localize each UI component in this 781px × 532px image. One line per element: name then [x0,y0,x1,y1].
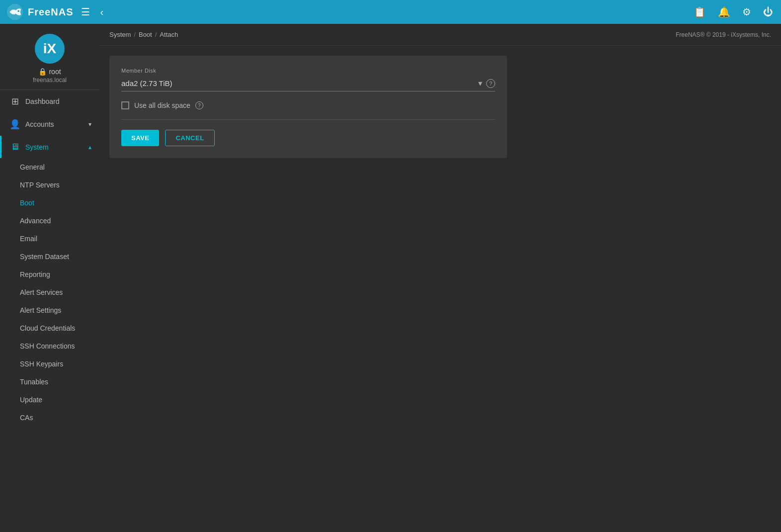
breadcrumb: System / Boot / Attach FreeNAS® © 2019 -… [99,24,781,46]
subnav-item-cas[interactable]: CAs [0,409,99,427]
sidebar-nav: ⊞ Dashboard 👤 Accounts ▾ 🖥 System ▴ Gene… [0,90,99,532]
subnav-label-boot: Boot [20,199,34,207]
subnav-label-tunables: Tunables [20,378,48,386]
sidebar-item-label-system: System [25,143,49,151]
accounts-arrow-icon: ▾ [88,121,91,128]
sidebar-item-dashboard[interactable]: ⊞ Dashboard [0,90,99,113]
freenas-logo-icon: iX [6,3,24,21]
form-divider [121,119,495,120]
select-controls: ▾ ? [478,79,495,88]
svg-point-2 [17,10,19,12]
member-disk-help-icon[interactable]: ? [486,79,495,88]
power-icon[interactable]: ⏻ [761,4,775,20]
subnav-item-ssh-keypairs[interactable]: SSH Keypairs [0,355,99,373]
subnav-label-ntp: NTP Servers [20,181,60,189]
subnav-item-boot[interactable]: Boot [0,194,99,212]
system-arrow-icon: ▴ [88,144,91,151]
cancel-button[interactable]: CANCEL [165,130,214,146]
subnav-label-cas: CAs [20,414,33,422]
subnav-label-ssh-connections: SSH Connections [20,342,75,350]
sidebar-item-accounts[interactable]: 👤 Accounts ▾ [0,113,99,136]
sidebar-item-label-dashboard: Dashboard [25,97,60,105]
subnav-label-system-dataset: System Dataset [20,253,69,261]
use-all-disk-space-label: Use all disk space [134,101,190,109]
subnav-label-ssh-keypairs: SSH Keypairs [20,360,63,368]
breadcrumb-system[interactable]: System [109,31,131,38]
subnav-item-cloud-credentials[interactable]: Cloud Credentials [0,319,99,337]
dropdown-arrow-icon[interactable]: ▾ [478,79,482,88]
sidebar: iX 🔒 root freenas.local ⊞ Dashboard 👤 Ac… [0,24,99,532]
avatar: iX [35,34,65,64]
breadcrumb-attach: Attach [160,31,178,38]
subnav-item-ssh-connections[interactable]: SSH Connections [0,337,99,355]
subnav-label-advanced: Advanced [20,217,51,225]
menu-toggle-button[interactable]: ☰ [79,4,92,20]
accounts-icon: 👤 [9,119,20,130]
subnav-label-alert-services: Alert Services [20,288,63,296]
use-all-disk-space-checkbox[interactable] [121,101,129,109]
subnav-item-general[interactable]: General [0,158,99,176]
topbar-left: iX FreeNAS ☰ ‹ [6,3,105,21]
tasks-icon[interactable]: 📋 [692,4,708,20]
subnav-item-alert-settings[interactable]: Alert Settings [0,301,99,319]
subnav-item-reporting[interactable]: Reporting [0,266,99,283]
subnav-item-ntp-servers[interactable]: NTP Servers [0,176,99,194]
form-actions: SAVE CANCEL [121,130,495,146]
breadcrumb-sep-1: / [134,31,136,38]
logo: iX FreeNAS [6,3,73,21]
subnav-item-email[interactable]: Email [0,230,99,248]
notifications-icon[interactable]: 🔔 [716,4,732,20]
settings-icon[interactable]: ⚙ [740,4,753,20]
lock-icon: 🔒 [38,68,47,76]
save-button[interactable]: SAVE [121,130,159,146]
sidebar-item-label-accounts: Accounts [25,120,54,128]
subnav-label-alert-settings: Alert Settings [20,306,61,314]
subnav-label-cloud-credentials: Cloud Credentials [20,324,75,332]
breadcrumb-parts: System / Boot / Attach [109,31,178,38]
subnav-item-update[interactable]: Update [0,391,99,409]
profile-hostname: freenas.local [33,77,67,84]
system-icon: 🖥 [9,142,20,152]
member-disk-label: Member Disk [121,68,495,74]
subnav-label-email: Email [20,235,37,243]
member-disk-field: Member Disk ada2 (2.73 TiB) ▾ ? [121,68,495,91]
subnav-item-tunables[interactable]: Tunables [0,373,99,391]
back-button[interactable]: ‹ [98,4,105,20]
profile-username: 🔒 root [38,68,61,76]
main-layout: iX 🔒 root freenas.local ⊞ Dashboard 👤 Ac… [0,24,781,532]
subnav-item-system-dataset[interactable]: System Dataset [0,248,99,266]
use-all-disk-space-row: Use all disk space ? [121,101,495,109]
form-container: Member Disk ada2 (2.73 TiB) ▾ ? Use all … [99,46,781,532]
copyright-text: FreeNAS® © 2019 - iXsystems, Inc. [676,31,771,38]
sidebar-item-system[interactable]: 🖥 System ▴ [0,136,99,158]
dashboard-icon: ⊞ [9,96,20,107]
topbar-right: 📋 🔔 ⚙ ⏻ [692,4,775,20]
brand-name: FreeNAS [28,6,73,18]
topbar: iX FreeNAS ☰ ‹ 📋 🔔 ⚙ ⏻ [0,0,781,24]
use-all-disk-space-help-icon[interactable]: ? [195,101,203,109]
breadcrumb-sep-2: / [155,31,157,38]
member-disk-value: ada2 (2.73 TiB) [121,79,478,88]
subnav-label-general: General [20,163,45,171]
subnav-item-advanced[interactable]: Advanced [0,212,99,230]
member-disk-select[interactable]: ada2 (2.73 TiB) ▾ ? [121,76,495,91]
form-card: Member Disk ada2 (2.73 TiB) ▾ ? Use all … [109,56,507,158]
avatar-text: iX [43,41,56,57]
subnav-label-update: Update [20,396,42,404]
sidebar-profile: iX 🔒 root freenas.local [0,24,99,90]
breadcrumb-boot[interactable]: Boot [139,31,152,38]
subnav-item-alert-services[interactable]: Alert Services [0,283,99,301]
content-area: System / Boot / Attach FreeNAS® © 2019 -… [99,24,781,532]
subnav-label-reporting: Reporting [20,270,50,278]
